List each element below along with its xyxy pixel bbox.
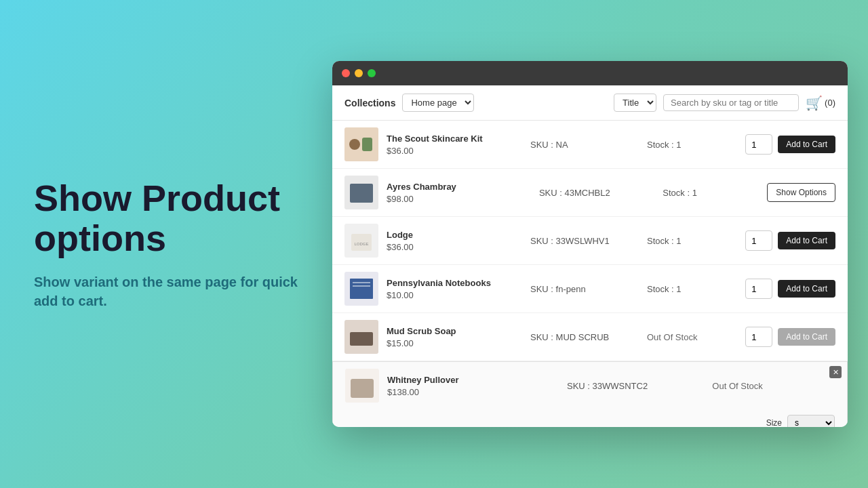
collections-label: Collections (344, 98, 395, 108)
quantity-input[interactable] (745, 230, 772, 251)
add-to-cart-button[interactable]: Add to Cart (778, 280, 835, 298)
expanded-controls: Size smlxl (345, 415, 835, 427)
product-image (344, 320, 378, 354)
product-stock: Stock : 1 (647, 284, 737, 294)
svg-rect-4 (350, 184, 373, 203)
product-actions: Add to Cart (745, 134, 835, 155)
product-info: Ayres Chambray $98.00 (387, 182, 531, 204)
search-input[interactable] (663, 94, 799, 111)
product-sku: SKU : 33WWSNTC2 (567, 381, 704, 391)
add-to-cart-button[interactable]: Add to Cart (778, 232, 835, 249)
cart-count: (0) (825, 98, 835, 108)
product-sku: SKU : 33WSLWHV1 (530, 236, 639, 246)
product-name: Mud Scrub Soap (387, 326, 522, 336)
cart-icon-symbol: 🛒 (806, 95, 823, 111)
svg-rect-11 (353, 285, 370, 287)
browser-content: Collections Home page Title 🛒 (0) The Sc… (332, 85, 848, 427)
product-stock: Stock : 1 (663, 188, 759, 198)
product-stock: Stock : 1 (647, 140, 737, 150)
close-window-button[interactable] (342, 69, 350, 77)
product-row: Ayres Chambray $98.00 SKU : 43MCHBL2 Sto… (332, 169, 848, 217)
product-row: Whitney Pullover $138.00 SKU : 33WWSNTC2… (332, 361, 848, 427)
size-select[interactable]: smlxl (787, 415, 835, 427)
headline: Show Product options (34, 178, 319, 259)
product-image (344, 272, 378, 306)
product-row: Mud Scrub Soap $15.00 SKU : MUD SCRUB Ou… (332, 313, 848, 361)
product-price: $98.00 (387, 194, 531, 204)
product-price: $15.00 (387, 338, 522, 348)
product-stock: Out Of Stock (647, 332, 737, 342)
product-info: Whitney Pullover $138.00 (387, 375, 559, 397)
size-label: Size (766, 418, 782, 427)
sort-select[interactable]: Title (614, 94, 656, 112)
product-actions: Show Options (767, 183, 835, 202)
maximize-window-button[interactable] (368, 69, 376, 77)
product-row: Pennsylvania Notebooks $10.00 SKU : fn-p… (332, 265, 848, 313)
svg-rect-10 (353, 282, 370, 283)
product-sku: SKU : MUD SCRUB (530, 332, 639, 342)
collections-select[interactable]: Home page (402, 94, 474, 112)
product-name: Lodge (387, 230, 522, 240)
svg-point-1 (349, 139, 360, 150)
product-image: LODGE (344, 224, 378, 258)
product-row: The Scout Skincare Kit $36.00 SKU : NA S… (332, 121, 848, 169)
svg-rect-13 (350, 332, 373, 346)
product-actions: Add to Cart (745, 230, 835, 251)
product-info: Lodge $36.00 (387, 230, 522, 252)
product-actions: Add to Cart (745, 327, 835, 347)
top-bar: Collections Home page Title 🛒 (0) (332, 85, 848, 121)
close-expanded-button[interactable]: ✕ (829, 366, 842, 378)
product-price: $36.00 (387, 242, 522, 252)
product-info: Mud Scrub Soap $15.00 (387, 326, 522, 348)
subtext: Show variant on the same page for quick … (34, 272, 319, 310)
show-options-button[interactable]: Show Options (767, 183, 835, 202)
product-sku: SKU : NA (530, 140, 639, 150)
product-image (344, 176, 378, 209)
product-price: $138.00 (387, 387, 559, 397)
product-sku: SKU : 43MCHBL2 (539, 188, 654, 198)
product-info: The Scout Skincare Kit $36.00 (387, 134, 522, 156)
product-info: Pennsylvania Notebooks $10.00 (387, 278, 522, 300)
browser-titlebar (332, 61, 848, 85)
product-row: LODGE Lodge $36.00 SKU : 33WSLWHV1 Stock… (332, 217, 848, 265)
svg-text:LODGE: LODGE (354, 242, 368, 246)
quantity-input[interactable] (745, 279, 772, 299)
product-image (344, 127, 378, 161)
product-stock: Out Of Stock (712, 381, 827, 391)
product-name: Ayres Chambray (387, 182, 531, 192)
product-stock: Stock : 1 (647, 236, 737, 246)
add-to-cart-button[interactable]: Add to Cart (778, 328, 835, 346)
svg-rect-2 (362, 138, 372, 151)
product-name: Whitney Pullover (387, 375, 559, 385)
product-name: The Scout Skincare Kit (387, 134, 522, 144)
add-to-cart-button[interactable]: Add to Cart (778, 136, 835, 153)
browser-window: Collections Home page Title 🛒 (0) The Sc… (332, 61, 848, 427)
product-sku: SKU : fn-penn (530, 284, 639, 294)
svg-rect-15 (351, 379, 374, 398)
product-price: $10.00 (387, 290, 522, 300)
product-price: $36.00 (387, 146, 522, 156)
product-actions: Add to Cart (745, 279, 835, 299)
product-image (345, 369, 379, 403)
quantity-input[interactable] (745, 327, 772, 347)
quantity-input[interactable] (745, 134, 772, 155)
svg-rect-9 (350, 279, 373, 299)
left-panel: Show Product options Show variant on the… (34, 178, 319, 310)
cart-button[interactable]: 🛒 (0) (806, 95, 835, 111)
product-list: The Scout Skincare Kit $36.00 SKU : NA S… (332, 121, 848, 427)
minimize-window-button[interactable] (355, 69, 363, 77)
product-name: Pennsylvania Notebooks (387, 278, 522, 288)
